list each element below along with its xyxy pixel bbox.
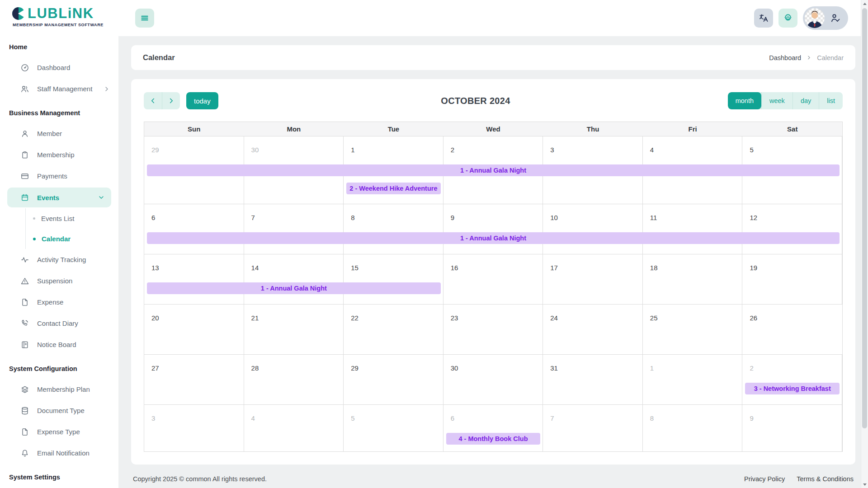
scrollbar[interactable] — [861, 0, 868, 488]
copyright-text: Copyright 2025 © common All rights reser… — [133, 475, 267, 483]
calendar-day-cell[interactable]: 7 — [244, 204, 344, 254]
calendar-event[interactable]: 1 - Annual Gala Night — [147, 164, 840, 176]
calendar-day-cell[interactable]: 6 — [144, 204, 244, 254]
terms-conditions-link[interactable]: Terms & Conditions — [797, 475, 854, 483]
view-day-button[interactable]: day — [793, 92, 819, 109]
sidebar-item-dashboard[interactable]: Dashboard — [0, 57, 118, 78]
sidebar-item-events[interactable]: Events — [7, 188, 111, 207]
sidebar-item-label: Calendar — [42, 235, 71, 243]
scrollbar-down-arrow-icon[interactable] — [861, 481, 868, 488]
settings-button[interactable] — [778, 9, 797, 28]
calendar-day-cell[interactable]: 10 — [543, 204, 643, 254]
payments-icon — [20, 172, 29, 181]
calendar-day-cell[interactable]: 26 — [742, 305, 842, 354]
day-number: 14 — [251, 264, 259, 272]
day-number: 3 — [151, 414, 155, 422]
calendar-day-cell[interactable]: 8 — [643, 405, 743, 451]
scrollbar-up-arrow-icon[interactable] — [861, 0, 868, 7]
sidebar-item-activity-tracking[interactable]: Activity Tracking — [0, 249, 118, 270]
view-week-button[interactable]: week — [761, 92, 793, 109]
calendar-day-cell[interactable]: 18 — [643, 254, 743, 304]
sidebar-item-notice-board[interactable]: Notice Board — [0, 334, 118, 355]
calendar-event[interactable]: 3 - Networking Breakfast — [745, 383, 840, 394]
sidebar-item-label: Notice Board — [37, 341, 76, 348]
sidebar-item-expense[interactable]: Expense — [0, 291, 118, 313]
weekday-header: Wed — [443, 122, 543, 136]
sidebar-item-staff-management[interactable]: Staff Management — [0, 78, 118, 99]
calendar-day-cell[interactable]: 31 — [543, 355, 643, 404]
language-button[interactable] — [754, 9, 773, 28]
prev-month-button[interactable] — [144, 92, 162, 109]
calendar-day-cell[interactable]: 5 — [344, 405, 443, 451]
day-number: 6 — [451, 414, 454, 422]
calendar-day-cell[interactable]: 20 — [144, 305, 244, 354]
calendar-day-cell[interactable]: 29 — [344, 355, 443, 404]
sidebar-item-document-type[interactable]: Document Type — [0, 400, 118, 421]
day-number: 9 — [750, 414, 753, 422]
calendar-event[interactable]: 1 - Annual Gala Night — [147, 282, 441, 294]
dashboard-icon — [20, 63, 29, 72]
calendar-day-cell[interactable]: 15 — [344, 254, 443, 304]
calendar-day-cell[interactable]: 3 — [144, 405, 244, 451]
calendar-day-cell[interactable]: 1 — [643, 355, 743, 404]
day-number: 20 — [151, 314, 159, 322]
calendar-day-cell[interactable]: 16 — [443, 254, 543, 304]
weekday-header: Sat — [742, 122, 842, 136]
calendar-day-cell[interactable]: 14 — [244, 254, 344, 304]
sidebar-item-calendar[interactable]: Calendar — [26, 229, 118, 249]
sidebar-item-events-list[interactable]: Events List — [26, 208, 118, 229]
next-month-button[interactable] — [162, 92, 180, 109]
sidebar-item-email-notification[interactable]: Email Notification — [0, 442, 118, 464]
calendar-event[interactable]: 4 - Monthly Book Club — [446, 433, 541, 445]
calendar-day-cell[interactable]: 9 — [443, 204, 543, 254]
calendar-day-cell[interactable]: 12 — [742, 204, 842, 254]
sidebar-item-member[interactable]: Member — [0, 123, 118, 144]
calendar-day-cell[interactable]: 13 — [144, 254, 244, 304]
calendar-grid: SunMonTueWedThuFriSat 2930123451 - Annua… — [144, 122, 843, 452]
day-number: 8 — [650, 414, 654, 422]
calendar-event[interactable]: 2 - Weekend Hike Adventure — [346, 183, 441, 194]
day-number: 1 — [650, 364, 654, 372]
breadcrumb-dashboard-link[interactable]: Dashboard — [769, 54, 801, 61]
sidebar-toggle-button[interactable] — [135, 9, 154, 28]
calendar-day-cell[interactable]: 25 — [643, 305, 743, 354]
brand-tagline: MEMBERSHIP MANAGEMENT SOFTWARE — [12, 23, 114, 27]
calendar-day-cell[interactable]: 9 — [742, 405, 842, 451]
sidebar-item-membership[interactable]: Membership — [0, 144, 118, 165]
calendar-day-cell[interactable]: 4 — [244, 405, 344, 451]
nav-section-business-management: Business Management — [0, 99, 118, 123]
calendar-day-cell[interactable]: 2 — [742, 355, 842, 404]
calendar-day-cell[interactable]: 23 — [443, 305, 543, 354]
sidebar-item-expense-type[interactable]: Expense Type — [0, 421, 118, 442]
calendar-day-cell[interactable]: 7 — [543, 405, 643, 451]
view-list-button[interactable]: list — [819, 92, 843, 109]
calendar-day-cell[interactable]: 11 — [643, 204, 743, 254]
privacy-policy-link[interactable]: Privacy Policy — [744, 475, 785, 483]
sidebar-item-suspension[interactable]: Suspension — [0, 270, 118, 291]
sidebar-item-label: Email Notification — [37, 449, 90, 457]
calendar-day-cell[interactable]: 17 — [543, 254, 643, 304]
calendar-day-cell[interactable]: 22 — [344, 305, 443, 354]
view-month-button[interactable]: month — [728, 92, 761, 109]
sidebar-item-label: Events List — [41, 215, 74, 222]
bullet-dot-icon — [33, 217, 35, 220]
scrollbar-thumb[interactable] — [862, 8, 867, 428]
calendar-day-cell[interactable]: 19 — [742, 254, 842, 304]
calendar-day-cell[interactable]: 28 — [244, 355, 344, 404]
day-number: 22 — [351, 314, 359, 322]
day-number: 4 — [650, 146, 654, 154]
calendar-day-cell[interactable]: 30 — [443, 355, 543, 404]
calendar-day-cell[interactable]: 8 — [344, 204, 443, 254]
calendar-day-cell[interactable]: 27 — [144, 355, 244, 404]
today-button[interactable]: today — [186, 92, 218, 109]
sidebar-item-contact-diary[interactable]: Contact Diary — [0, 313, 118, 334]
nav-section-system-configuration: System Configuration — [0, 355, 118, 379]
layers-icon — [20, 385, 29, 394]
calendar-event[interactable]: 1 - Annual Gala Night — [147, 232, 840, 244]
brand-logo[interactable]: LUBLiNK MEMBERSHIP MANAGEMENT SOFTWARE — [0, 0, 118, 39]
sidebar-item-membership-plan[interactable]: Membership Plan — [0, 379, 118, 400]
calendar-day-cell[interactable]: 21 — [244, 305, 344, 354]
calendar-day-cell[interactable]: 24 — [543, 305, 643, 354]
user-menu[interactable] — [803, 6, 848, 30]
sidebar-item-payments[interactable]: Payments — [0, 165, 118, 187]
